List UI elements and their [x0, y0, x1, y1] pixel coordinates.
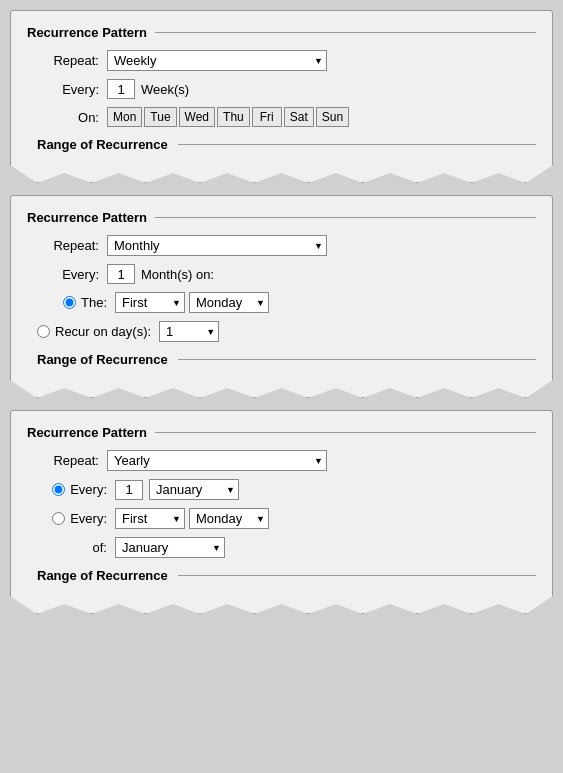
yearly-month1-select-wrapper: JanuaryFebruaryMarchApril MayJuneJulyAug…	[149, 479, 239, 500]
yearly-first-select-wrapper: First Second Third Fourth Last	[115, 508, 185, 529]
yearly-first-select[interactable]: First Second Third Fourth Last	[115, 508, 185, 529]
monthly-first-select-wrapper: First Second Third Fourth Last	[115, 292, 185, 313]
weekly-on-label: On:	[37, 110, 107, 125]
monthly-day-select-wrapper: Monday Tuesday Wednesday Thursday Friday…	[189, 292, 269, 313]
monthly-repeat-select-wrapper: Monthly Daily Weekly Yearly	[107, 235, 327, 256]
yearly-range-line	[178, 575, 536, 576]
weekly-range-row: Range of Recurrence	[27, 137, 536, 152]
yearly-of-select[interactable]: JanuaryFebruaryMarchApril MayJuneJulyAug…	[115, 537, 225, 558]
yearly-every1-label: Every:	[70, 482, 107, 497]
yearly-section-title: Recurrence Pattern	[27, 425, 536, 440]
monthly-range-label: Range of Recurrence	[27, 352, 178, 367]
monthly-the-row: The: First Second Third Fourth Last Mond…	[27, 292, 536, 313]
monthly-every-row: Every: Month(s) on:	[27, 264, 536, 284]
weekly-section-title: Recurrence Pattern	[27, 25, 536, 40]
yearly-of-label: of:	[37, 540, 115, 555]
yearly-every1-input[interactable]	[115, 480, 143, 500]
yearly-repeat-row: Repeat: Yearly Daily Weekly Monthly	[27, 450, 536, 471]
monthly-the-label: The:	[81, 295, 107, 310]
weekly-every-input[interactable]	[107, 79, 135, 99]
yearly-every1-radio-wrapper: Every:	[37, 482, 115, 497]
yearly-repeat-label: Repeat:	[37, 453, 107, 468]
yearly-of-row: of: JanuaryFebruaryMarchApril MayJuneJul…	[27, 537, 536, 558]
day-fri[interactable]: Fri	[252, 107, 282, 127]
day-sun[interactable]: Sun	[316, 107, 349, 127]
yearly-day-select-wrapper: Monday Tuesday Wednesday Thursday Friday…	[189, 508, 269, 529]
yearly-panel: Recurrence Pattern Repeat: Yearly Daily …	[10, 410, 553, 614]
monthly-every-input[interactable]	[107, 264, 135, 284]
day-sat[interactable]: Sat	[284, 107, 314, 127]
yearly-range-row: Range of Recurrence	[27, 568, 536, 583]
monthly-every-unit: Month(s) on:	[141, 267, 214, 282]
weekly-day-buttons: Mon Tue Wed Thu Fri Sat Sun	[107, 107, 349, 127]
monthly-panel: Recurrence Pattern Repeat: Monthly Daily…	[10, 195, 553, 398]
monthly-recur-day-select-wrapper: 12345 678910 1520252831	[159, 321, 219, 342]
monthly-the-radio-wrapper: The:	[37, 295, 115, 310]
weekly-repeat-select[interactable]: Weekly Daily Monthly Yearly	[107, 50, 327, 71]
weekly-every-row: Every: Week(s)	[27, 79, 536, 99]
yearly-every1-row: Every: JanuaryFebruaryMarchApril MayJune…	[27, 479, 536, 500]
weekly-range-line	[178, 144, 536, 145]
weekly-panel: Recurrence Pattern Repeat: Weekly Daily …	[10, 10, 553, 183]
weekly-recurrence-pattern-label: Recurrence Pattern	[27, 25, 147, 40]
day-tue[interactable]: Tue	[144, 107, 176, 127]
monthly-recur-day-select[interactable]: 12345 678910 1520252831	[159, 321, 219, 342]
yearly-recurrence-pattern-label: Recurrence Pattern	[27, 425, 147, 440]
yearly-day-select[interactable]: Monday Tuesday Wednesday Thursday Friday…	[189, 508, 269, 529]
monthly-day-select[interactable]: Monday Tuesday Wednesday Thursday Friday…	[189, 292, 269, 313]
yearly-every2-label: Every:	[70, 511, 107, 526]
weekly-repeat-row: Repeat: Weekly Daily Monthly Yearly	[27, 50, 536, 71]
day-mon[interactable]: Mon	[107, 107, 142, 127]
yearly-every2-row: Every: First Second Third Fourth Last Mo…	[27, 508, 536, 529]
monthly-repeat-row: Repeat: Monthly Daily Weekly Yearly	[27, 235, 536, 256]
monthly-recurrence-pattern-label: Recurrence Pattern	[27, 210, 147, 225]
monthly-recur-row: Recur on day(s): 12345 678910 1520252831	[27, 321, 536, 342]
yearly-repeat-select-wrapper: Yearly Daily Weekly Monthly	[107, 450, 327, 471]
yearly-every1-radio[interactable]	[52, 483, 65, 496]
monthly-repeat-select[interactable]: Monthly Daily Weekly Yearly	[107, 235, 327, 256]
monthly-repeat-label: Repeat:	[37, 238, 107, 253]
yearly-month1-select[interactable]: JanuaryFebruaryMarchApril MayJuneJulyAug…	[149, 479, 239, 500]
day-thu[interactable]: Thu	[217, 107, 250, 127]
weekly-repeat-label: Repeat:	[37, 53, 107, 68]
monthly-range-row: Range of Recurrence	[27, 352, 536, 367]
monthly-recur-radio-wrapper: Recur on day(s):	[37, 324, 159, 339]
day-wed[interactable]: Wed	[179, 107, 215, 127]
weekly-every-unit: Week(s)	[141, 82, 189, 97]
weekly-range-label: Range of Recurrence	[27, 137, 178, 152]
monthly-first-select[interactable]: First Second Third Fourth Last	[115, 292, 185, 313]
weekly-every-label: Every:	[37, 82, 107, 97]
monthly-recur-radio[interactable]	[37, 325, 50, 338]
monthly-recur-label: Recur on day(s):	[55, 324, 151, 339]
weekly-on-row: On: Mon Tue Wed Thu Fri Sat Sun	[27, 107, 536, 127]
yearly-repeat-select[interactable]: Yearly Daily Weekly Monthly	[107, 450, 327, 471]
yearly-of-select-wrapper: JanuaryFebruaryMarchApril MayJuneJulyAug…	[115, 537, 225, 558]
yearly-every2-radio[interactable]	[52, 512, 65, 525]
monthly-the-radio[interactable]	[63, 296, 76, 309]
weekly-repeat-select-wrapper: Weekly Daily Monthly Yearly	[107, 50, 327, 71]
monthly-section-title: Recurrence Pattern	[27, 210, 536, 225]
monthly-range-line	[178, 359, 536, 360]
monthly-every-label: Every:	[37, 267, 107, 282]
yearly-every2-radio-wrapper: Every:	[37, 511, 115, 526]
yearly-range-label: Range of Recurrence	[27, 568, 178, 583]
